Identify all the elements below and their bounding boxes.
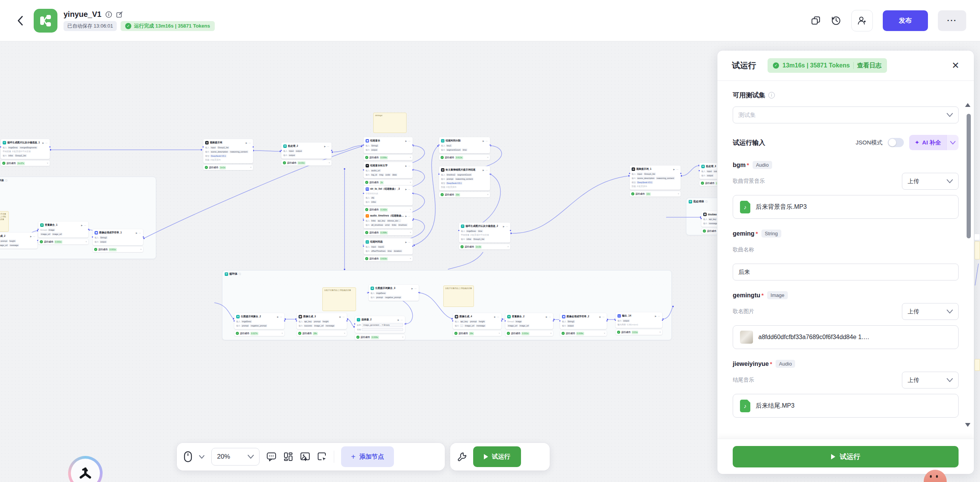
input-port[interactable] <box>504 320 506 322</box>
node-actions[interactable]: ▶ ⋯ <box>405 188 411 190</box>
node-run-status[interactable]: ✓ 运行成功 1m1s ˅ <box>203 165 253 170</box>
node-actions[interactable]: ▶ ⋯ <box>398 319 403 321</box>
node-actions[interactable]: ▶ ⋯ <box>277 316 283 318</box>
field-text-input[interactable]: 后来 <box>733 264 959 280</box>
input-port[interactable] <box>91 236 93 238</box>
workflow-node[interactable]: ≣ 批处理_2 ▶ ⋯输入inputoutput输出output✓ 运行成功 1… <box>281 143 332 166</box>
workflow-node[interactable]: ▦ 图像生成_2 ▶ ⋯输入_keypromptheight输出…image_u… <box>0 233 38 249</box>
workflow-node[interactable]: ⊕ 生图提示词聚合_3 ▶ ⋯输入imgsDesc输出promptnegativ… <box>369 285 419 301</box>
scrollbar-down-arrow[interactable] <box>965 423 970 427</box>
workflow-node[interactable]: ♒ 结尾音乐转文字 ▶ ⋯输入audio_url输出log_idmsgcoded… <box>364 162 413 185</box>
output-port[interactable] <box>489 173 491 175</box>
info-icon[interactable] <box>105 11 112 18</box>
node-run-status[interactable]: ✓ 运行成功 0.006s ˅ <box>364 155 413 160</box>
node-actions[interactable]: ▶ ⋯ <box>546 316 551 318</box>
node-run-status[interactable]: ✓ 运行成功 0.001s ˅ <box>38 239 88 244</box>
node-run-status[interactable]: ✓ 运行成功 0.162s ˅ <box>364 207 413 212</box>
workflow-node[interactable]: ⟳ 循环生成图片以及分镜信息_1 ▶ ⋯输入imgsDescmergedSegm… <box>1 139 50 166</box>
input-port[interactable] <box>0 146 2 148</box>
input-port[interactable] <box>629 172 630 174</box>
input-port[interactable] <box>363 144 364 146</box>
output-port[interactable] <box>680 172 682 174</box>
node-run-status[interactable]: ✓ 运行成功 0.358s ˅ <box>364 230 413 235</box>
node-actions[interactable]: ▶ ⋯ <box>405 165 411 167</box>
publish-button[interactable]: 发布 <box>883 10 928 31</box>
more-button[interactable]: ··· <box>938 10 966 31</box>
input-port[interactable] <box>438 173 440 175</box>
node-run-status[interactable]: ✓ 运行成功 3.613s ˅ <box>439 155 490 160</box>
pointer-mode-button[interactable] <box>184 451 192 462</box>
sticky-note[interactable]: 以歌手肖像为以上传歌曲的肖像 <box>443 285 474 307</box>
workflow-node[interactable]: ⊕ 变量聚合_1 ▶ ⋯Group1imageimage_urlimage_ur… <box>38 221 88 244</box>
pointer-mode-chevron[interactable] <box>199 455 204 459</box>
output-port[interactable] <box>346 320 348 322</box>
workflow-node[interactable]: ◍ 给文案情绪图片提示词结尾 ▶ ⋯输入timeline2segmentCoun… <box>439 166 490 197</box>
workflow-node[interactable]: ▦ 图像生成_4 ▶ ⋯输入api_keypromptheight输出…imag… <box>453 313 501 336</box>
workflow-node[interactable]: ◔ audio_timelines（结尾歌曲… ▶ ⋯输入linksapi_ke… <box>364 212 413 235</box>
close-icon[interactable]: ✕ <box>952 61 959 70</box>
back-button[interactable] <box>14 14 27 27</box>
workflow-node[interactable]: ⊕ 生图提示词聚合_2 ▶ ⋯输入imgsDesc输出promptnegativ… <box>234 313 284 336</box>
output-port[interactable] <box>142 236 144 238</box>
upload-mode-select[interactable]: 上传 <box>902 303 959 320</box>
history-button[interactable] <box>831 15 841 26</box>
workflow-node[interactable]: ◍ 视频提示词 ▶ ⋯输入inputGroup1_list输出scene_des… <box>203 139 253 170</box>
input-port[interactable] <box>438 144 440 146</box>
output-port[interactable] <box>418 292 420 293</box>
workflow-node[interactable]: ◍ 视频提示词_1 ▶ ⋯输入inputGroup1_list输出scene_d… <box>630 166 681 197</box>
output-port[interactable] <box>412 245 414 247</box>
input-port[interactable] <box>354 323 356 325</box>
input-port[interactable] <box>363 219 364 221</box>
uploaded-file-card[interactable]: 后来背景音乐.MP3 <box>733 195 959 219</box>
node-run-status[interactable]: ✓ 运行成功 0.006s ˅ <box>355 334 405 340</box>
export-image-button[interactable] <box>300 452 310 462</box>
output-port[interactable] <box>412 144 414 146</box>
input-port[interactable] <box>700 218 702 220</box>
view-logs-link[interactable]: 查看日志 <box>857 62 882 70</box>
scrollbar-thumb[interactable] <box>967 114 971 238</box>
node-actions[interactable]: ▶ ⋯ <box>503 225 508 228</box>
output-port[interactable] <box>412 192 414 194</box>
output-port[interactable] <box>510 230 511 231</box>
node-run-status[interactable]: ✓ 运行成功 1m31s ˅ <box>281 160 332 166</box>
input-port[interactable] <box>202 146 204 148</box>
output-port[interactable] <box>662 319 663 321</box>
zoom-level-select[interactable]: 20% <box>211 448 260 466</box>
workflow-node[interactable]: A≡ str_to_list（结尾歌曲）_3 ▶ ⋯字符串转列表输入obj输出i… <box>364 185 413 212</box>
uploaded-file-card[interactable]: a8fdd60dfcfbf33a7689c0f6f34dd84e 1.… <box>733 325 959 349</box>
workflow-node[interactable]: ⟳ 循环生成图片以及分镜信息_2 ▶ ⋯输入imgsDesctime中间变量未配… <box>459 223 510 249</box>
workflow-node[interactable]: ⑂ 选择器_2 ▶ ⋯如果image_generator… = Empty否则✓… <box>355 316 405 340</box>
workflow-node[interactable]: ▦ 图像生成_3 ▶ ⋯输入api_keypromptheight输出succe… <box>297 313 347 336</box>
panel-test-run-button[interactable]: 试运行 <box>733 446 959 467</box>
node-actions[interactable]: ▶ ⋯ <box>673 168 679 171</box>
node-actions[interactable]: ▶ ⋯ <box>324 145 330 148</box>
sticky-note[interactable]: dslslsgsi <box>373 113 407 133</box>
input-port[interactable] <box>458 230 460 231</box>
test-set-select[interactable]: 测试集 <box>733 107 959 123</box>
node-actions[interactable]: ▶ ⋯ <box>655 315 660 317</box>
ai-complete-dropdown[interactable] <box>946 135 959 150</box>
node-actions[interactable]: ▶ ⋯ <box>405 215 411 217</box>
node-run-status[interactable]: ✓ 运行成功 0.006s ˅ <box>560 331 607 336</box>
node-run-status[interactable]: ✓ 运行成功 28s ˅ <box>297 331 347 336</box>
run-status-badge[interactable]: ✓ 运行完成 13m16s | 35871 Tokens <box>121 21 215 31</box>
output-port[interactable] <box>606 320 608 322</box>
debug-tools-button[interactable] <box>457 452 467 462</box>
upload-mode-select[interactable]: 上传 <box>902 372 959 389</box>
edit-icon[interactable] <box>116 11 123 18</box>
node-actions[interactable]: ▶ ⋯ <box>405 140 411 142</box>
output-port[interactable] <box>501 320 503 322</box>
node-run-status[interactable]: ✓ 运行成功 0.603s ˅ <box>364 256 413 261</box>
collaborate-button[interactable] <box>851 10 873 31</box>
auto-layout-button[interactable] <box>283 452 293 462</box>
node-actions[interactable]: ▶ ⋯ <box>494 316 500 318</box>
node-run-status[interactable]: ✓ 运行成功 2m37s ˅ <box>1 161 50 166</box>
input-port[interactable] <box>559 320 561 322</box>
input-port[interactable] <box>363 245 364 247</box>
add-node-button[interactable]: + 添加节点 <box>341 446 394 467</box>
input-port[interactable] <box>368 292 369 293</box>
sticky-note[interactable]: 以歌手肖像为以上传歌曲的肖像 <box>322 287 356 311</box>
output-port[interactable] <box>489 144 491 146</box>
output-port[interactable] <box>284 320 286 322</box>
node-actions[interactable]: ▶ ⋯ <box>483 169 488 171</box>
